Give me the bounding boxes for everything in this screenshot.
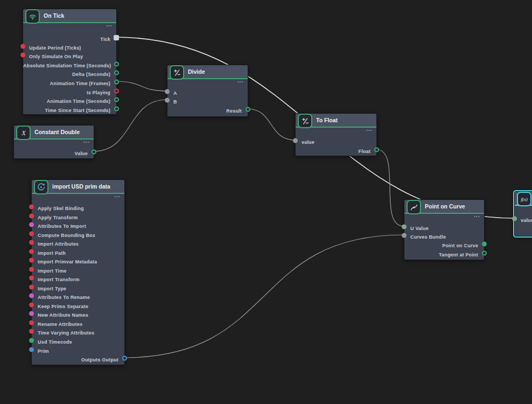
collapse-dots[interactable]: ••• xyxy=(114,194,121,199)
port-value: Value xyxy=(14,148,94,156)
port-keep-prims-separate: Keep Prims Separate xyxy=(32,301,124,309)
outputs-output-pin[interactable] xyxy=(122,356,127,361)
port-label: Value xyxy=(74,149,88,158)
port-a: A xyxy=(167,87,248,96)
import-attributes-pin[interactable] xyxy=(29,240,34,245)
port-outputs-output: Outputs Output xyxy=(32,354,124,363)
port-label: Tangent at Point xyxy=(439,250,478,259)
port-apply-transform: Apply Transform xyxy=(32,212,124,220)
animation-time-frames-pin[interactable] xyxy=(114,80,119,85)
node-on-tick[interactable]: On Tick•••TickUpdate Period (Ticks)Only … xyxy=(23,9,117,115)
new-attribute-names-pin[interactable] xyxy=(29,311,34,316)
absolute-simulation-time-seconds-pin[interactable] xyxy=(114,62,119,67)
port-tick: Tick xyxy=(23,33,116,42)
u-value-pin[interactable] xyxy=(402,225,407,229)
b-pin[interactable] xyxy=(165,98,170,103)
collapse-dots[interactable]: ••• xyxy=(474,214,480,219)
node-graph-canvas[interactable]: On Tick•••TickUpdate Period (Ticks)Only … xyxy=(0,0,532,404)
collapse-dots[interactable]: ••• xyxy=(106,24,113,28)
prim-pin[interactable] xyxy=(29,347,34,352)
collapse-dots[interactable]: ••• xyxy=(83,140,90,144)
a-pin[interactable] xyxy=(165,89,170,94)
compute-bounding-box-pin[interactable] xyxy=(29,232,34,236)
value-pin[interactable] xyxy=(512,217,517,221)
value-pin[interactable] xyxy=(92,150,96,155)
animation-time-seconds-pin[interactable] xyxy=(114,97,119,102)
curves-bundle-pin[interactable] xyxy=(402,233,407,238)
node-title: Point on Curve xyxy=(425,200,481,213)
port-label: Time Since Start (Seconds) xyxy=(45,106,110,115)
point-on-curve-pin[interactable] xyxy=(482,242,487,247)
node-constant-double[interactable]: Constant DoubleX•••Value xyxy=(13,125,94,159)
port-tangent-at-point: Tangent at Point xyxy=(404,249,484,257)
port-import-attributes: Import Attributes xyxy=(32,238,124,247)
rename-attributes-pin[interactable] xyxy=(29,321,34,325)
wire-to-float-float-to-point-on-curve-u-value[interactable] xyxy=(376,149,404,226)
apply-transform-pin[interactable] xyxy=(29,214,34,219)
time-since-start-seconds-pin[interactable] xyxy=(114,107,119,112)
float-pin[interactable] xyxy=(374,148,379,152)
port-attributes-to-rename: Attributes To Rename xyxy=(32,291,124,300)
delta-seconds-pin[interactable] xyxy=(114,71,119,75)
port-is-playing: Is Playing xyxy=(23,87,116,95)
tangent-at-point-pin[interactable] xyxy=(482,251,487,256)
import-time-pin[interactable] xyxy=(29,267,34,272)
port-prim: Prim xyxy=(32,345,124,354)
import-transform-pin[interactable] xyxy=(29,276,34,281)
wire-divide-result-to-to-float-value[interactable] xyxy=(247,109,295,140)
import-path-pin[interactable] xyxy=(29,249,34,254)
port-u-value: U Value xyxy=(404,222,484,231)
port-result: Result xyxy=(167,105,248,114)
node-to-float[interactable]: To Float•••valueFloat xyxy=(295,113,377,156)
port-b: B xyxy=(167,96,248,105)
port-time-since-start-seconds: Time Since Start (Seconds) xyxy=(23,105,116,113)
port-import-transform: Import Transform xyxy=(32,274,124,282)
import-type-pin[interactable] xyxy=(29,285,34,290)
wire-usd-prim-data-outputs-output-to-point-on-curve-curves-bundle[interactable] xyxy=(124,235,404,358)
svg-text:X: X xyxy=(21,129,26,137)
math-op-icon xyxy=(170,65,184,80)
port-label: Result xyxy=(226,107,242,115)
import-primvar-metadata-pin[interactable] xyxy=(29,258,34,263)
curve-point-icon xyxy=(407,200,421,214)
value-pin[interactable] xyxy=(293,138,298,143)
port-curves-bundle: Curves Bundle xyxy=(404,231,484,240)
update-period-ticks-pin[interactable] xyxy=(20,44,25,49)
keep-prims-separate-pin[interactable] xyxy=(29,303,34,308)
result-pin[interactable] xyxy=(246,107,250,112)
port-rename-attributes: Rename Attributes xyxy=(32,318,124,327)
port-import-type: Import Type xyxy=(32,283,124,291)
usd-import-icon xyxy=(34,180,48,194)
port-new-attribute-names: New Attribute Names xyxy=(32,309,124,318)
port-point-on-curve: Point on Curve xyxy=(404,240,484,248)
usd-timecode-pin[interactable] xyxy=(29,338,34,343)
port-time-varying-attributes: Time Varying Attributes xyxy=(32,327,124,336)
port-import-primvar-metadata: Import Primvar Metadata xyxy=(32,256,124,264)
node-script-node[interactable]: f(x)•••value xyxy=(514,191,532,236)
port-label: Float xyxy=(359,147,371,156)
is-playing-pin[interactable] xyxy=(114,89,119,94)
node-divide[interactable]: Divide•••ABResult xyxy=(167,65,248,117)
fx-icon: f(x) xyxy=(517,192,531,206)
wifi-icon xyxy=(25,9,40,24)
port-import-time: Import Time xyxy=(32,265,124,274)
wire-on-tick-animation-time-frames-to-divide-a[interactable] xyxy=(116,81,167,91)
tick-pin[interactable] xyxy=(114,35,119,40)
apply-skel-binding-pin[interactable] xyxy=(29,205,34,210)
only-simulate-on-play-pin[interactable] xyxy=(20,53,25,58)
node-title: import USD prim data xyxy=(52,180,121,193)
port-import-path: Import Path xyxy=(32,247,124,256)
port-only-simulate-on-play: Only Simulate On Play xyxy=(23,51,116,59)
time-varying-attributes-pin[interactable] xyxy=(29,329,34,334)
node-usd-prim-data[interactable]: import USD prim data•••Apply Skel Bindin… xyxy=(31,179,125,365)
node-point-on-curve[interactable]: Point on Curve•••U ValueCurves BundlePoi… xyxy=(404,199,485,260)
node-title: Constant Double xyxy=(34,126,90,138)
collapse-dots[interactable]: ••• xyxy=(366,128,373,133)
attributes-to-rename-pin[interactable] xyxy=(29,294,34,298)
port-absolute-simulation-time-seconds: Absolute Simulation Time (Seconds) xyxy=(23,60,116,68)
variable-x-icon: X xyxy=(16,126,31,140)
attributes-to-import-pin[interactable] xyxy=(29,222,34,227)
port-apply-skel-binding: Apply Skel Binding xyxy=(32,203,124,211)
port-label: Outputs Output xyxy=(81,356,118,364)
collapse-dots[interactable]: ••• xyxy=(237,80,244,84)
